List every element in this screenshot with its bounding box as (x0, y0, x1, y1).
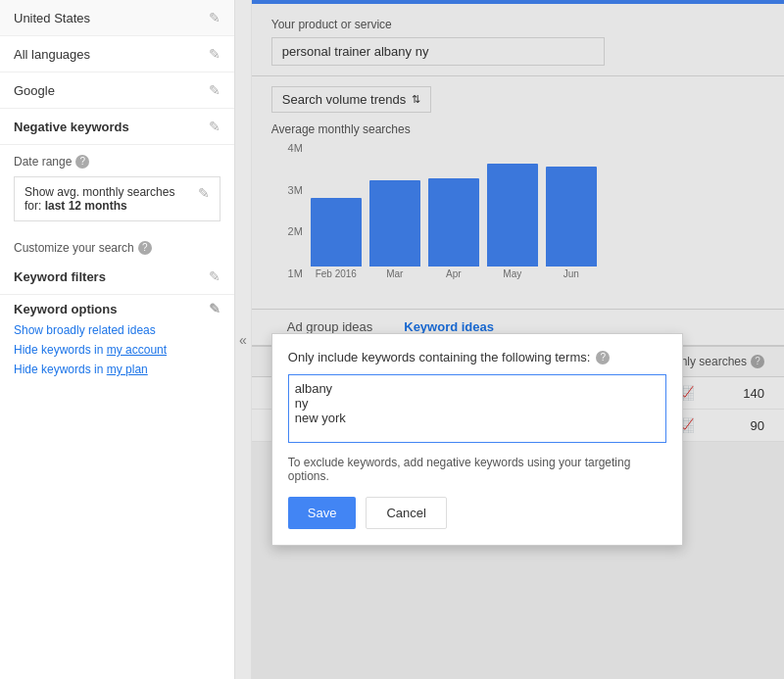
main-content: Your product or service Search volume tr… (252, 0, 784, 679)
sidebar-item-united-states[interactable]: United States ✎ (0, 0, 234, 36)
customize-search-section: Customize your search ? (0, 231, 234, 259)
date-range-label: Date range (14, 155, 72, 169)
modal-hint: To exclude keywords, add negative keywor… (288, 456, 666, 483)
customize-search-label: Customize your search (14, 241, 134, 255)
keyword-option-hide-account[interactable]: Hide keywords in my account (14, 340, 220, 360)
keyword-options-section: Keyword options ✎ Show broadly related i… (0, 295, 234, 383)
sidebar-collapse-bar[interactable]: « (235, 0, 252, 679)
modal-save-button[interactable]: Save (288, 497, 357, 529)
date-range-section: Date range ? (0, 145, 234, 172)
date-range-box: Show avg. monthly searchesfor: last 12 m… (14, 176, 220, 221)
modal-keywords-textarea[interactable]: albany ny new york (288, 374, 666, 443)
edit-united-states-icon[interactable]: ✎ (209, 10, 220, 25)
sidebar-item-united-states-label: United States (14, 11, 90, 25)
keyword-options-title-text: Keyword options (14, 302, 117, 316)
keyword-filters-label: Keyword filters (14, 269, 106, 284)
edit-google-icon[interactable]: ✎ (209, 82, 220, 98)
edit-negative-keywords-icon[interactable]: ✎ (209, 119, 220, 134)
edit-keyword-options-icon[interactable]: ✎ (209, 301, 220, 316)
modal-title: Only include keywords containing the fol… (288, 350, 666, 364)
sidebar-item-negative-keywords[interactable]: Negative keywords ✎ (0, 109, 234, 145)
modal-overlay: Only include keywords containing the fol… (252, 0, 784, 679)
date-range-value: Show avg. monthly searchesfor: last 12 m… (24, 185, 174, 213)
sidebar-item-all-languages-label: All languages (14, 47, 90, 62)
date-range-help-icon[interactable]: ? (75, 155, 89, 169)
modal-cancel-button[interactable]: Cancel (366, 497, 446, 529)
modal-buttons: Save Cancel (288, 497, 666, 529)
customize-search-help-icon[interactable]: ? (138, 241, 152, 255)
edit-keyword-filters-icon[interactable]: ✎ (209, 268, 220, 284)
sidebar-item-google[interactable]: Google ✎ (0, 73, 234, 109)
sidebar-item-all-languages[interactable]: All languages ✎ (0, 36, 234, 73)
sidebar: United States ✎ All languages ✎ Google ✎… (0, 0, 235, 679)
keyword-option-broadly-related[interactable]: Show broadly related ideas (14, 320, 220, 340)
edit-all-languages-icon[interactable]: ✎ (209, 46, 220, 62)
collapse-icon: « (239, 332, 247, 348)
sidebar-item-keyword-filters[interactable]: Keyword filters ✎ (0, 259, 234, 295)
edit-date-range-icon[interactable]: ✎ (198, 185, 210, 201)
keyword-options-title: Keyword options ✎ (14, 301, 220, 316)
sidebar-item-negative-keywords-label: Negative keywords (14, 120, 129, 134)
modal-box: Only include keywords containing the fol… (271, 333, 683, 546)
sidebar-item-google-label: Google (14, 83, 55, 98)
modal-title-help-icon[interactable]: ? (596, 351, 610, 364)
keyword-option-hide-plan[interactable]: Hide keywords in my plan (14, 360, 220, 379)
